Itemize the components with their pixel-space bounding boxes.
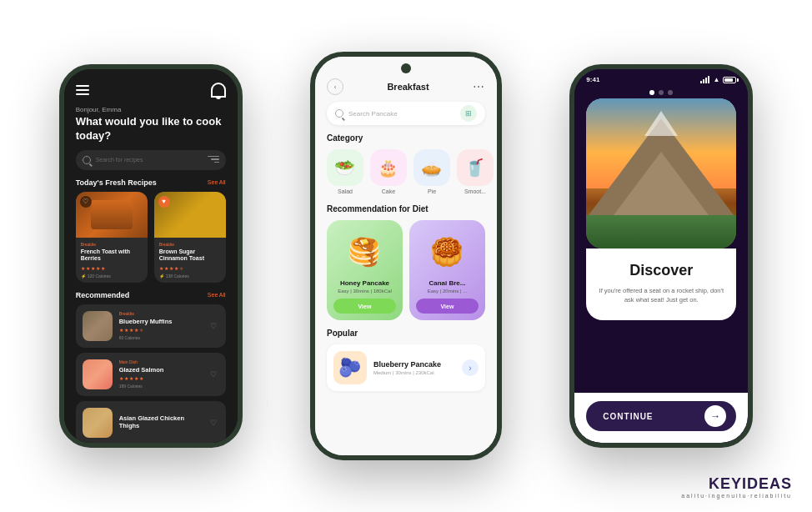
popular-title: Popular (327, 329, 485, 338)
card2-image: ♥ (154, 192, 226, 238)
back-button[interactable]: ‹ (327, 78, 343, 95)
diet2-name: Canai Bre... (416, 279, 479, 287)
popular-name: Blueberry Pancake (373, 360, 455, 369)
filter-icon[interactable] (208, 156, 219, 164)
rec-item-3[interactable]: Asian Glazed Chicken Thighs ♡ (76, 401, 226, 443)
p2-filter-btn[interactable]: ⊞ (460, 105, 477, 122)
phone2-screen: ‹ Breakfast ⋯ Search Pancake ⊞ Category … (315, 57, 497, 455)
more-options[interactable]: ⋯ (473, 80, 485, 93)
p2-header: ‹ Breakfast ⋯ (315, 73, 497, 102)
p3-time: 9:41 (586, 76, 599, 83)
card1-title: French Toast with Berries (81, 248, 143, 263)
continue-button[interactable]: CONTINUE → (586, 401, 736, 431)
rec2-category: Main Dish (119, 359, 201, 364)
rec-item-1[interactable]: Brealdie Blueberry Muffins ★★★ ★★ 60 Cal… (76, 304, 226, 348)
phone1-frame: Bonjour, Emma What would you like to coo… (59, 64, 243, 448)
rec3-heart[interactable]: ♡ (208, 417, 219, 429)
rec1-title: Blueberry Muffins (119, 318, 201, 325)
phone3-screen: 9:41 ▲ (574, 69, 748, 443)
mountain-image (586, 98, 736, 248)
card2-meta: ⚡ 138 Calories (159, 274, 221, 279)
continue-label: CONTINUE (603, 412, 653, 421)
fresh-card-2[interactable]: ♥ Brealdie Brown Sugar Cinnamon Toast ★★… (154, 192, 226, 283)
card1-image: ♡ (76, 192, 148, 238)
cake-icon: 🎂 (370, 149, 407, 186)
cat-smoothie[interactable]: 🥤 Smoot... (457, 149, 494, 194)
dot-1 (649, 90, 654, 95)
card2-calories: ⚡ 138 Calories (159, 274, 189, 279)
diet2-view-btn[interactable]: View (416, 299, 479, 314)
fresh-see-all[interactable]: See All (208, 179, 226, 185)
popular-section: Popular 🫐 Blueberry Pancake Medium | 30m… (315, 329, 497, 391)
popular-arrow[interactable]: › (462, 359, 479, 376)
branding-footer: KEYIDEAS aalitu·ingenuitu·reliabilitu (681, 475, 792, 499)
fresh-title: Today's Fresh Recipes (76, 178, 157, 187)
company-name: KEYIDEAS (681, 475, 792, 493)
popular-info: Medium | 30mins | 230kCal (373, 370, 455, 375)
bell-icon[interactable] (211, 83, 226, 98)
rec-title: Recommended (76, 291, 130, 299)
phone3-frame: 9:41 ▲ (569, 64, 753, 448)
card1-stars: ★★★ ★★ (81, 265, 143, 271)
rec-see-all[interactable]: See All (208, 292, 226, 298)
popular-item-1[interactable]: 🫐 Blueberry Pancake Medium | 30mins | 23… (327, 344, 485, 391)
cat-cake[interactable]: 🎂 Cake (370, 149, 407, 194)
p2-categories-row: 🥗 Salad 🎂 Cake 🥧 Pie 🥤 Smoot... (315, 149, 497, 204)
diet2-info: Easy | 20mins | ... (416, 289, 479, 294)
p1-greeting: Bonjour, Emma (64, 103, 238, 113)
arrow-icon: → (704, 405, 726, 427)
p2-notch (401, 63, 411, 73)
diet-title: Recommendation for Diet (327, 204, 485, 213)
salad-icon: 🥗 (327, 149, 363, 186)
card1-meta: ⚡ 120 Calories (81, 274, 143, 279)
fresh-card-1[interactable]: ♡ Brealdie French Toast with Berries ★★★… (76, 192, 148, 283)
page-container: Bonjour, Emma What would you like to coo… (0, 0, 812, 512)
menu-icon[interactable] (76, 85, 89, 95)
rec1-calories: 60 Calories (119, 335, 140, 340)
rec2-heart[interactable]: ♡ (208, 369, 219, 380)
rec-section-header: Recommended See All (64, 291, 238, 304)
p2-category-title: Category (315, 133, 497, 149)
search-placeholder: Search for recipes (96, 157, 203, 163)
p1-title: What would you like to cook today? (64, 113, 238, 150)
rec1-image (83, 311, 113, 341)
rec3-title: Asian Glazed Chicken Thighs (119, 414, 201, 429)
popular-image: 🫐 (333, 351, 367, 384)
card2-stars: ★★★ ★★ (159, 265, 221, 271)
diet-card-1[interactable]: 🥞 Honey Pancake Easy | 30mins | 180kCal … (327, 220, 403, 320)
battery-icon (723, 77, 736, 83)
card2-heart[interactable]: ♥ (158, 196, 170, 208)
diet-card-2[interactable]: 🥮 Canai Bre... Easy | 20mins | ... View (409, 220, 485, 320)
rec-item-2[interactable]: Main Dish Glazed Salmon ★★★ ★★ 189 Calor… (76, 353, 226, 396)
cat-salad[interactable]: 🥗 Salad (327, 149, 363, 194)
phone2-frame: ‹ Breakfast ⋯ Search Pancake ⊞ Category … (310, 52, 502, 460)
discover-card: Discover If you're offered a seat on a r… (586, 248, 736, 320)
status-icons: ▲ (700, 76, 736, 83)
pie-icon: 🥧 (414, 149, 450, 186)
company-tagline: aalitu·ingenuitu·reliabilitu (681, 493, 792, 499)
rec1-heart[interactable]: ♡ (208, 320, 219, 332)
signal-icon (700, 76, 709, 83)
card2-title: Brown Sugar Cinnamon Toast (159, 248, 221, 263)
dot-2 (659, 90, 664, 95)
rec1-category: Brealdie (119, 311, 201, 316)
p2-search-bar[interactable]: Search Pancake ⊞ (327, 102, 485, 125)
card2-category: Brealdie (159, 242, 221, 247)
status-bar: 9:41 ▲ (574, 69, 748, 87)
diet2-image: 🥮 (418, 228, 476, 274)
phone1-screen: Bonjour, Emma What would you like to coo… (64, 69, 238, 443)
diet1-image: 🥞 (335, 228, 393, 274)
card1-heart[interactable]: ♡ (80, 196, 92, 208)
cat-pie[interactable]: 🥧 Pie (414, 149, 450, 194)
discover-text: If you're offered a seat on a rocket shi… (598, 286, 724, 305)
rec2-image (83, 359, 113, 389)
card1-category: Brealdie (81, 242, 143, 247)
rec1-stars: ★★★ ★★ (119, 327, 201, 333)
p1-search-bar[interactable]: Search for recipes (76, 150, 226, 170)
rec2-title: Glazed Salmon (119, 366, 201, 374)
search-icon (335, 109, 343, 118)
recommended-list: Brealdie Blueberry Muffins ★★★ ★★ 60 Cal… (64, 304, 238, 443)
diet1-view-btn[interactable]: View (333, 299, 396, 314)
fresh-cards-row: ♡ Brealdie French Toast with Berries ★★★… (64, 192, 238, 291)
diet-section: Recommendation for Diet 🥞 Honey Pancake … (315, 204, 497, 329)
